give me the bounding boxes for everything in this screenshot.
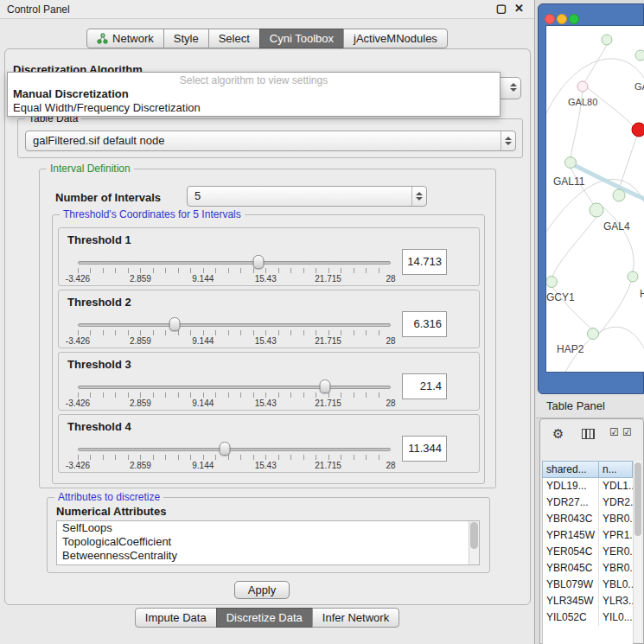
table-row[interactable]: YBR043C YBR0...: [543, 511, 633, 527]
list-item[interactable]: TopologicalCoefficient: [57, 535, 479, 549]
cell-shared-name[interactable]: YDR27...: [543, 494, 599, 511]
table-data-selected-value: galFiltered.sif default node: [33, 131, 164, 150]
threshold-3-value-field[interactable]: 21.4: [402, 373, 447, 399]
slider-thumb[interactable]: [319, 379, 330, 393]
slider-track[interactable]: [78, 323, 391, 327]
cell-shared-name[interactable]: YDL19...: [543, 478, 599, 494]
network-view-window[interactable]: GAL80 GAL11 GAL4 GCY1 HAP2 GA H: [538, 3, 644, 394]
dropdown-option-manual-discretization[interactable]: Manual Discretization: [8, 86, 500, 100]
gene-node[interactable]: [613, 189, 625, 201]
gene-node[interactable]: [628, 271, 638, 282]
cell-shared-name[interactable]: YBL079W: [543, 577, 599, 593]
cell-shared-name[interactable]: YIL052C: [543, 609, 599, 626]
gene-node[interactable]: [635, 50, 644, 61]
cell-name[interactable]: YBR0...: [599, 511, 633, 527]
slider-thumb[interactable]: [169, 317, 181, 331]
cell-name[interactable]: YER0...: [599, 544, 633, 560]
list-item[interactable]: SelfLoops: [57, 521, 479, 535]
table-data-combobox[interactable]: galFiltered.sif default node: [25, 131, 516, 151]
cell-name[interactable]: YBL0...: [599, 577, 633, 593]
table-row[interactable]: YLR345W YLR3...: [543, 593, 633, 609]
slider-track[interactable]: [78, 386, 391, 389]
cell-name[interactable]: YLR3...: [599, 593, 633, 609]
slider-thumb[interactable]: [220, 442, 231, 456]
minimize-button[interactable]: [557, 14, 567, 24]
cell-shared-name[interactable]: YBR045C: [543, 560, 599, 577]
cell-name[interactable]: YDR2...: [599, 494, 633, 511]
scale-tick-label: 2.859: [130, 274, 151, 284]
numerical-attributes-list[interactable]: SelfLoops TopologicalCoefficient Between…: [56, 520, 480, 565]
scrollbar-thumb[interactable]: [470, 522, 478, 549]
cell-name[interactable]: YPR1...: [599, 527, 633, 544]
tab-discretize-data-label: Discretize Data: [226, 611, 303, 624]
slider-thumb[interactable]: [252, 255, 264, 269]
table-row[interactable]: YPR145W YPR1...: [543, 527, 633, 544]
scale-tick-label: 15.43: [255, 399, 277, 408]
node-label: HAP2: [557, 343, 584, 355]
table-row[interactable]: YDR27... YDR2...: [543, 494, 633, 511]
scale-tick-label: 9.144: [192, 399, 214, 408]
gcy1-node[interactable]: [546, 277, 558, 288]
tab-style[interactable]: Style: [163, 29, 209, 48]
cell-name[interactable]: YIL0...: [599, 609, 633, 626]
slider-scale: -3.426 2.859 9.144 15.43 21.715 28: [78, 461, 391, 471]
gal4-node[interactable]: [590, 203, 603, 217]
tab-discretize-data[interactable]: Discretize Data: [216, 608, 313, 628]
cell-name[interactable]: YDL1...: [599, 478, 633, 494]
table-row[interactable]: YBR045C YBR0...: [543, 560, 633, 577]
slider-track[interactable]: [78, 261, 391, 265]
slider-ticks: [78, 392, 391, 398]
scrollbar-thumb[interactable]: [634, 462, 641, 536]
columns-icon[interactable]: [582, 429, 595, 439]
select-none-icon[interactable]: ☑: [622, 426, 632, 438]
gene-node[interactable]: [602, 35, 612, 45]
threshold-1-value-field[interactable]: 14.713: [402, 249, 447, 275]
float-window-button[interactable]: ▢: [496, 2, 507, 15]
select-all-icon[interactable]: ☑: [609, 426, 619, 438]
threshold-4-slider[interactable]: -3.426 2.859 9.144 15.43 21.715 28: [78, 439, 391, 472]
zoom-button[interactable]: [569, 14, 579, 24]
cell-shared-name[interactable]: YER054C: [543, 544, 599, 560]
list-item[interactable]: BetweennessCentrality: [57, 549, 479, 563]
selected-red-node[interactable]: [632, 123, 644, 137]
hap2-node[interactable]: [588, 328, 599, 340]
gal11-node[interactable]: [565, 157, 577, 169]
threshold-1-slider[interactable]: -3.426 2.859 9.144 15.43 21.715 28: [78, 252, 391, 285]
threshold-4-value-field[interactable]: 11.344: [402, 436, 447, 462]
node-table: shared... n... YDL19... YDL1... YDR27...…: [542, 461, 634, 644]
dropdown-option-equal-width[interactable]: Equal Width/Frequency Discretization: [8, 100, 500, 114]
cell-shared-name[interactable]: YBR043C: [543, 511, 599, 527]
threshold-3-slider[interactable]: -3.426 2.859 9.144 15.43 21.715 28: [78, 377, 391, 410]
network-canvas[interactable]: GAL80 GAL11 GAL4 GCY1 HAP2 GA H: [545, 25, 644, 373]
attributes-legend: Attributes to discretize: [54, 491, 163, 503]
attributes-list-scrollbar[interactable]: [469, 521, 479, 564]
table-row[interactable]: YBL079W YBL0...: [543, 577, 633, 593]
gal80-node[interactable]: [577, 81, 588, 92]
cell-name[interactable]: YBR0...: [599, 560, 633, 577]
tab-network[interactable]: Network: [86, 29, 164, 48]
table-row[interactable]: YIL052C YIL0...: [543, 609, 633, 626]
cell-shared-name[interactable]: YPR145W: [543, 527, 599, 544]
algorithm-combo-remnant[interactable]: [498, 77, 521, 99]
tab-select[interactable]: Select: [208, 29, 260, 48]
tab-impute-data[interactable]: Impute Data: [135, 608, 217, 628]
close-window-button[interactable]: ✕: [514, 2, 524, 15]
table-scrollbar[interactable]: [633, 461, 642, 642]
tab-cyni-toolbox[interactable]: Cyni Toolbox: [259, 29, 344, 48]
column-header-name[interactable]: n...: [598, 461, 633, 478]
slider-track[interactable]: [78, 448, 391, 451]
scale-tick-label: -3.426: [66, 274, 90, 284]
tab-jactivemodules[interactable]: jActiveMNodules: [343, 29, 448, 48]
threshold-2-value-field[interactable]: 6.316: [402, 311, 447, 337]
cell-shared-name[interactable]: YLR345W: [543, 593, 599, 609]
table-row[interactable]: YER054C YER0...: [543, 544, 633, 560]
close-button[interactable]: [545, 14, 555, 24]
number-of-intervals-combobox[interactable]: 5: [187, 186, 427, 207]
tab-infer-network[interactable]: Infer Network: [312, 608, 399, 628]
threshold-2-slider[interactable]: -3.426 2.859 9.144 15.43 21.715 28: [78, 315, 391, 348]
apply-button[interactable]: Apply: [234, 581, 290, 599]
combo-stepper-icon: [501, 131, 515, 150]
table-row[interactable]: YDL19... YDL1...: [543, 478, 633, 494]
gear-icon[interactable]: ⚙: [552, 426, 564, 442]
column-header-shared-name[interactable]: shared...: [542, 461, 599, 478]
